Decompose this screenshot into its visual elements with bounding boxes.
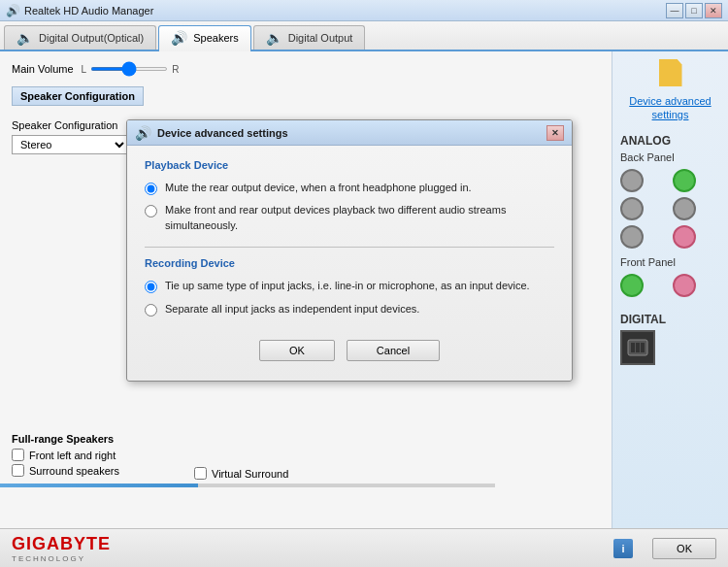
tab-label-digital-optical: Digital Output(Optical): [39, 32, 144, 44]
app-title: Realtek HD Audio Manager: [24, 5, 666, 17]
tab-digital-optical[interactable]: 🔈 Digital Output(Optical): [4, 25, 156, 50]
dialog-divider: [145, 247, 554, 248]
playback-option-1: Mute the rear output device, when a fron…: [145, 181, 554, 195]
recording-label-1: Tie up same type of input jacks, i.e. li…: [165, 279, 530, 293]
minimize-button[interactable]: —: [666, 3, 683, 18]
playback-radio-1[interactable]: [145, 183, 157, 195]
dialog-close-button[interactable]: ✕: [546, 125, 564, 141]
fullrange-title: Full-range Speakers: [12, 433, 119, 445]
close-button[interactable]: ✕: [705, 3, 722, 18]
tab-icon-digital-optical: 🔈: [17, 30, 33, 46]
maximize-button[interactable]: □: [685, 3, 703, 18]
volume-section: Main Volume L R: [12, 63, 600, 75]
virtual-surround-checkbox[interactable]: [194, 467, 207, 480]
progress-bar: [0, 484, 495, 487]
tab-label-digital-output: Digital Output: [288, 32, 353, 44]
surround-speakers-label: Surround speakers: [29, 465, 119, 477]
back-jack-4[interactable]: [673, 197, 696, 220]
volume-right-label: R: [172, 64, 179, 75]
surround-speakers-checkbox-row: Surround speakers: [12, 464, 119, 477]
speaker-config-select[interactable]: Stereo: [12, 135, 128, 154]
recording-label-2: Separate all input jacks as independent …: [165, 302, 419, 317]
back-panel-jacks: [620, 169, 720, 249]
tab-icon-digital-output: 🔈: [266, 30, 282, 46]
device-advanced-dialog: 🔊 Device advanced settings ✕ Playback De…: [126, 119, 573, 382]
footer: GIGABYTE TECHNOLOGY i OK: [0, 528, 728, 567]
tab-speakers[interactable]: 🔊 Speakers: [158, 25, 250, 51]
analog-title: ANALOG: [620, 134, 720, 148]
footer-ok-button[interactable]: OK: [652, 538, 716, 559]
recording-option-2: Separate all input jacks as independent …: [145, 302, 554, 317]
device-advanced-link[interactable]: Device advanced settings: [620, 94, 720, 122]
virtual-surround-section: Virtual Surround: [194, 467, 288, 480]
tabs-row: 🔈 Digital Output(Optical) 🔊 Speakers 🔈 D…: [0, 21, 728, 51]
back-jack-2[interactable]: [673, 169, 696, 192]
back-jack-1[interactable]: [620, 169, 644, 192]
dialog-cancel-button[interactable]: Cancel: [347, 340, 440, 361]
tab-icon-speakers: 🔊: [171, 30, 187, 46]
front-left-right-checkbox-row: Front left and right: [12, 449, 119, 461]
slider-container: L R: [82, 64, 180, 75]
brand-area: GIGABYTE TECHNOLOGY: [12, 534, 111, 563]
svg-rect-2: [636, 343, 640, 352]
info-button[interactable]: i: [613, 539, 633, 558]
volume-label: Main Volume: [12, 63, 74, 75]
dialog-title: Device advanced settings: [157, 127, 546, 139]
playback-section-title: Playback Device: [145, 159, 554, 171]
main-layout: Main Volume L R Speaker Configuration Sp…: [0, 51, 728, 528]
dialog-body: Playback Device Mute the rear output dev…: [127, 146, 572, 381]
virtual-surround-label: Virtual Surround: [212, 468, 288, 480]
digital-port-icon[interactable]: [620, 330, 655, 365]
titlebar: 🔊 Realtek HD Audio Manager — □ ✕: [0, 0, 728, 21]
sidebar: Device advanced settings ANALOG Back Pan…: [612, 51, 728, 528]
speaker-config-tab[interactable]: Speaker Configuration: [12, 86, 600, 112]
app-icon: 🔊: [6, 4, 19, 17]
analog-section: ANALOG Back Panel Front Panel: [620, 134, 720, 305]
recording-option-1: Tie up same type of input jacks, i.e. li…: [145, 279, 554, 293]
recording-radio-1[interactable]: [145, 281, 157, 293]
playback-radio-group: Mute the rear output device, when a fron…: [145, 181, 554, 233]
back-jack-5[interactable]: [620, 225, 644, 249]
playback-label-2: Make front and rear output devices playb…: [165, 203, 554, 233]
digital-section: DIGITAL: [620, 313, 720, 365]
volume-left-label: L: [82, 64, 87, 75]
tab-digital-output[interactable]: 🔈 Digital Output: [253, 25, 366, 50]
front-panel-title: Front Panel: [620, 256, 720, 268]
window-controls: — □ ✕: [666, 3, 722, 18]
front-jack-1[interactable]: [620, 274, 644, 297]
volume-slider[interactable]: [90, 67, 168, 71]
playback-radio-2[interactable]: [145, 205, 157, 217]
tab-label-speakers: Speakers: [193, 32, 238, 44]
svg-rect-3: [641, 343, 645, 352]
back-panel-title: Back Panel: [620, 151, 720, 163]
progress-fill: [0, 484, 198, 487]
brand-logo: GIGABYTE: [12, 534, 111, 554]
dialog-icon: 🔊: [135, 125, 151, 141]
recording-radio-2[interactable]: [145, 304, 157, 317]
content-area: Main Volume L R Speaker Configuration Sp…: [0, 51, 612, 528]
front-jack-2[interactable]: [673, 274, 696, 297]
back-jack-6[interactable]: [673, 225, 696, 249]
dialog-titlebar: 🔊 Device advanced settings ✕: [127, 120, 572, 146]
back-jack-3[interactable]: [620, 197, 644, 220]
recording-section-title: Recording Device: [145, 257, 554, 269]
front-left-right-label: Front left and right: [29, 450, 116, 461]
dialog-buttons: OK Cancel: [145, 330, 554, 367]
svg-rect-1: [631, 343, 635, 352]
playback-label-1: Mute the rear output device, when a fron…: [165, 181, 472, 195]
surround-speakers-checkbox[interactable]: [12, 464, 24, 477]
speaker-config-tab-label: Speaker Configuration: [12, 86, 144, 106]
note-icon: [659, 59, 682, 86]
front-left-right-checkbox[interactable]: [12, 449, 24, 461]
brand-sub: TECHNOLOGY: [12, 554, 111, 563]
playback-option-2: Make front and rear output devices playb…: [145, 203, 554, 233]
app-container: 🔈 Digital Output(Optical) 🔊 Speakers 🔈 D…: [0, 21, 728, 567]
fullrange-section: Full-range Speakers Front left and right…: [12, 433, 119, 480]
recording-radio-group: Tie up same type of input jacks, i.e. li…: [145, 279, 554, 317]
digital-title: DIGITAL: [620, 313, 720, 326]
footer-right: i OK: [613, 538, 716, 559]
dialog-ok-button[interactable]: OK: [259, 340, 335, 361]
front-panel-jacks: [620, 274, 720, 297]
